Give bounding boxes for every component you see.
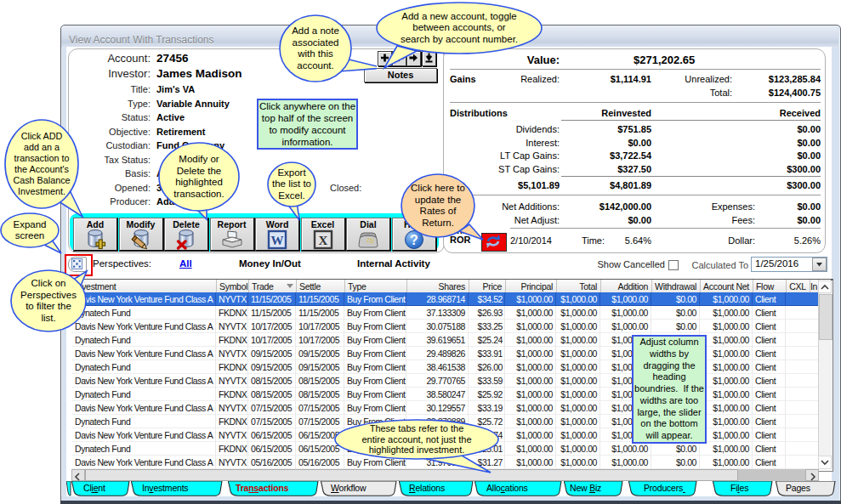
svg-text:X: X xyxy=(318,234,327,247)
svg-text:W: W xyxy=(271,234,284,247)
